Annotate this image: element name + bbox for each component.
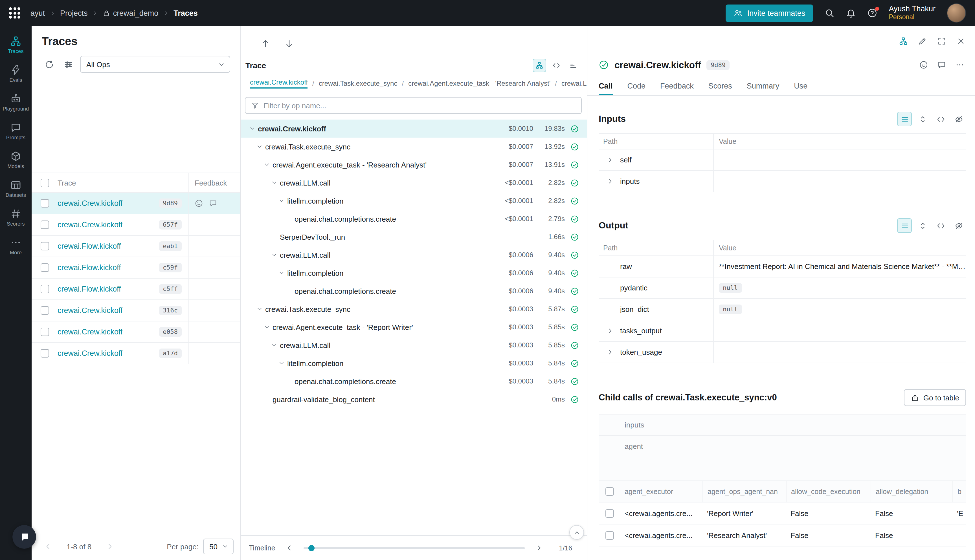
previous-trace-button[interactable] [258,36,272,51]
trace-link[interactable]: crewai.Crew.kickoff [58,349,123,358]
output-row-tasks_output[interactable]: tasks_output [599,320,966,342]
code-view-button[interactable] [933,218,948,233]
call-tree-row[interactable]: litellm.completion$0.00069.40s [241,264,587,282]
refresh-button[interactable] [42,57,57,72]
trace-link[interactable]: crewai.Flow.kickoff [58,242,121,250]
sidebar-item-scorers[interactable]: Scorers [0,203,32,232]
op-name-filter-input[interactable] [264,101,576,110]
trace-crumb[interactable]: crewai.Crew.kickoff [250,78,308,88]
help-button[interactable] [867,8,877,18]
timeline-slider[interactable] [304,547,525,549]
trace-link[interactable]: crewai.Flow.kickoff [58,285,121,293]
breadcrumb-traces[interactable]: Traces [174,9,198,17]
tab-code[interactable]: Code [628,78,646,95]
collapse-panel-button[interactable] [569,525,584,540]
timeline-prev-button[interactable] [282,540,297,555]
call-tree-row[interactable]: crewai.Crew.kickoff$0.001019.83s [241,120,587,138]
prev-page-button[interactable] [41,539,55,554]
trace-crumb[interactable]: crewai.Agent.execute_task - 'Research An… [408,80,551,87]
tab-call[interactable]: Call [599,78,613,95]
expand-caret[interactable] [270,252,279,258]
call-tree-row[interactable]: crewai.Task.execute_sync$0.000713.92s [241,138,587,156]
breadcrumb-entity[interactable]: ayut [30,9,45,17]
call-tree-row[interactable]: crewai.Agent.execute_task - 'Report Writ… [241,318,587,336]
expand-chevron-icon[interactable] [606,156,620,163]
code-view-button[interactable] [549,58,563,72]
call-tree-row[interactable]: crewai.LLM.call$0.00035.85s [241,336,587,354]
child-call-row[interactable]: <crewai.agents.cre...'Report Writer'Fals… [599,502,966,525]
expand-chevron-icon[interactable] [606,348,620,356]
expand-caret[interactable] [277,360,286,367]
trace-link[interactable]: crewai.Flow.kickoff [58,263,121,272]
flame-view-button[interactable] [566,58,580,72]
column-settings-button[interactable] [61,57,76,72]
expand-caret[interactable] [262,324,271,330]
expand-caret[interactable] [255,306,264,312]
sidebar-item-playground[interactable]: Playground [0,88,32,117]
tab-use[interactable]: Use [794,78,807,95]
expand-chevron-icon[interactable] [606,178,620,185]
row-checkbox[interactable] [41,242,49,250]
breadcrumb-project[interactable]: crewai_demo [103,9,159,17]
trace-row[interactable]: crewai.Flow.kickoffc5ff [32,278,240,300]
show-tree-button[interactable] [896,34,911,48]
go-to-table-button[interactable]: Go to table [904,389,966,406]
code-view-button[interactable] [933,112,948,126]
hide-values-button[interactable] [951,112,966,126]
trace-link[interactable]: crewai.Crew.kickoff [58,199,123,208]
expand-chevron-icon[interactable] [606,327,620,334]
expand-caret[interactable] [255,143,264,150]
row-checkbox[interactable] [41,349,49,358]
call-tree-row[interactable]: crewai.LLM.call<$0.00012.82s [241,174,587,192]
call-tree-row[interactable]: openai.chat.completions.create$0.00035.8… [241,372,587,390]
add-note-button[interactable] [934,58,949,72]
call-tree-row[interactable]: litellm.completion<$0.00012.82s [241,192,587,210]
breadcrumb-projects[interactable]: Projects [60,9,88,17]
row-checkbox[interactable] [605,531,614,539]
trace-row[interactable]: crewai.Crew.kickoff316c [32,300,240,322]
more-options-button[interactable] [952,58,967,72]
fullscreen-button[interactable] [934,34,949,48]
tab-scores[interactable]: Scores [708,78,732,95]
select-all-checkbox[interactable] [41,178,49,187]
next-page-button[interactable] [103,539,117,554]
expand-caret[interactable] [270,342,279,348]
call-tree-row[interactable]: guardrail-validate_blog_content0ms [241,390,587,408]
search-button[interactable] [824,8,835,18]
list-view-button[interactable] [897,112,912,126]
per-page-select[interactable]: 50 [203,538,234,554]
row-checkbox[interactable] [41,263,49,272]
timeline-next-button[interactable] [531,540,546,555]
expand-values-button[interactable] [915,218,930,233]
call-tree-row[interactable]: crewai.Agent.execute_task - 'Research An… [241,156,587,174]
child-call-row[interactable]: <crewai.agents.cre...'Research Analyst'F… [599,525,966,547]
list-view-button[interactable] [897,218,912,233]
select-all-checkbox[interactable] [605,487,614,496]
trace-link[interactable]: crewai.Crew.kickoff [58,328,123,336]
expand-caret[interactable] [270,179,279,186]
call-tree-row[interactable]: crewai.Task.execute_sync$0.00035.87s [241,300,587,318]
row-checkbox[interactable] [41,199,49,208]
expand-values-button[interactable] [915,112,930,126]
wandb-logo[interactable] [9,7,20,18]
hide-values-button[interactable] [951,218,966,233]
row-checkbox[interactable] [41,285,49,293]
call-tree-row[interactable]: openai.chat.completions.create$0.00069.4… [241,282,587,300]
input-row-self[interactable]: self [599,150,966,171]
trace-row[interactable]: crewai.Crew.kickoff9d89 [32,193,240,214]
avatar[interactable] [947,3,966,23]
expand-caret[interactable] [277,270,286,276]
trace-row[interactable]: crewai.Crew.kickoffe058 [32,322,240,343]
close-button[interactable] [953,34,968,48]
call-tree-row[interactable]: SerperDevTool._run1.66s [241,228,587,246]
row-checkbox[interactable] [41,306,49,315]
trace-crumb[interactable]: crewai.Task.execute_sync [319,80,397,87]
next-trace-button[interactable] [282,36,296,51]
tab-feedback[interactable]: Feedback [660,78,694,95]
sidebar-item-datasets[interactable]: Datasets [0,174,32,203]
row-checkbox[interactable] [41,220,49,229]
chat-widget-button[interactable] [12,525,36,549]
add-reaction-button[interactable] [916,58,931,72]
trace-row[interactable]: crewai.Flow.kickoffc59f [32,257,240,278]
ops-filter-select[interactable]: All Ops [80,56,230,73]
